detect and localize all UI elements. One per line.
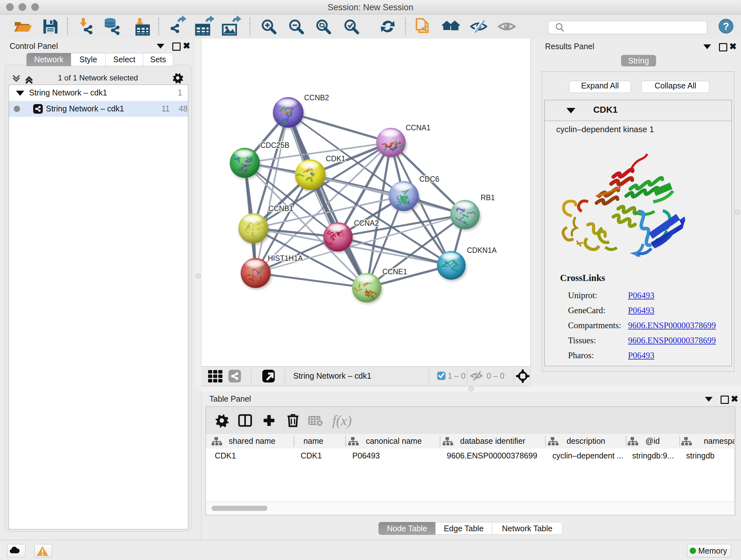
svg-text:RB1: RB1 xyxy=(481,193,495,202)
svg-text:CDK1: CDK1 xyxy=(326,154,345,163)
svg-text:CCNB2: CCNB2 xyxy=(304,94,329,102)
svg-text:CCNA1: CCNA1 xyxy=(406,124,430,132)
svg-text:namespace: namespace xyxy=(704,436,734,445)
svg-text:description: description xyxy=(567,436,605,445)
svg-text:f(x): f(x) xyxy=(332,413,352,428)
svg-text:name: name xyxy=(304,436,324,445)
svg-text:CDC25B: CDC25B xyxy=(260,141,289,149)
svg-text:HIST1H1A: HIST1H1A xyxy=(268,254,303,262)
svg-text:CCNA2: CCNA2 xyxy=(354,219,379,227)
svg-text:CCNB1: CCNB1 xyxy=(268,204,293,212)
svg-text:?: ? xyxy=(723,20,729,32)
svg-text:CDKN1A: CDKN1A xyxy=(467,246,497,254)
svg-text:CCNE1: CCNE1 xyxy=(382,267,407,276)
svg-text:canonical name: canonical name xyxy=(366,436,421,445)
svg-text:CDC6: CDC6 xyxy=(419,175,440,183)
svg-text:database identifier: database identifier xyxy=(460,436,525,445)
svg-text:shared name: shared name xyxy=(229,436,275,445)
svg-text:@id: @id xyxy=(646,436,660,445)
